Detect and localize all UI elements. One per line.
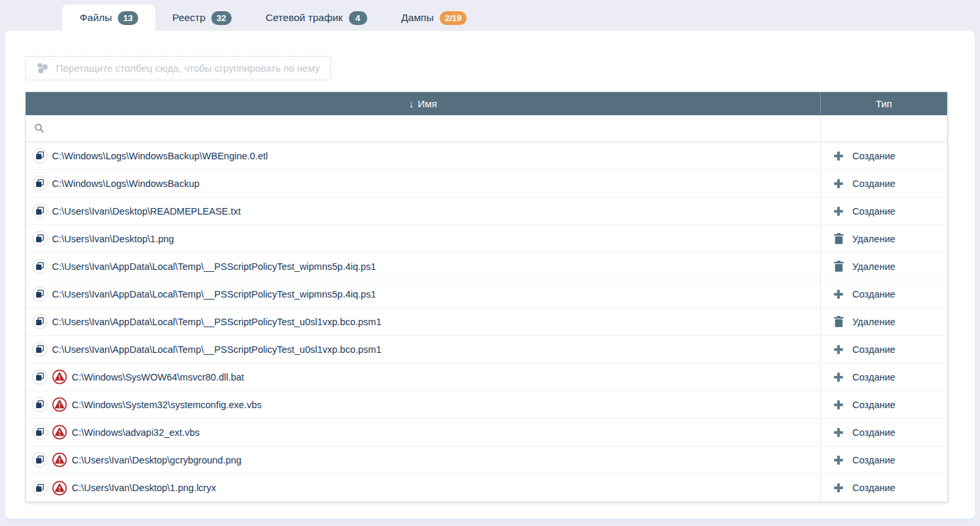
copy-path-button[interactable] xyxy=(32,259,47,274)
name-cell: C:\Windows\Logs\WindowsBackup xyxy=(26,170,821,197)
tab-dumps[interactable]: Дампы 2/19 xyxy=(384,5,484,31)
name-cell: C:\Users\Ivan\Desktop\gcrybground.png xyxy=(26,446,821,473)
tab-files-badge: 13 xyxy=(118,11,138,25)
copy-path-button[interactable] xyxy=(32,369,47,384)
event-type-label: Создание xyxy=(852,455,895,465)
plus-icon xyxy=(833,151,844,161)
search-icon xyxy=(34,123,45,134)
copy-path-button[interactable] xyxy=(32,231,47,246)
type-cell: Создание xyxy=(821,363,947,390)
tab-dumps-label: Дампы xyxy=(401,12,434,24)
table-row[interactable]: C:\Users\Ivan\Desktop\1.pngУдаление xyxy=(26,225,947,253)
type-cell: Удаление xyxy=(821,308,947,335)
copy-path-button[interactable] xyxy=(32,176,47,191)
file-path: C:\Users\Ivan\AppData\Local\Temp\__PSScr… xyxy=(52,317,381,327)
copy-path-button[interactable] xyxy=(32,342,47,357)
group-by-hint-text: Перетащите столбец сюда, чтобы сгруппиро… xyxy=(56,63,320,74)
name-cell: C:\Users\Ivan\AppData\Local\Temp\__PSScr… xyxy=(26,336,821,363)
type-cell: Создание xyxy=(821,336,947,363)
event-type-label: Создание xyxy=(852,483,895,493)
table-row[interactable]: C:\Users\Ivan\AppData\Local\Temp\__PSScr… xyxy=(26,308,947,336)
event-type-label: Создание xyxy=(852,206,895,217)
file-path: C:\Users\Ivan\Desktop\1.png xyxy=(52,234,174,244)
files-panel: Перетащите столбец сюда, чтобы сгруппиро… xyxy=(5,31,975,520)
copy-path-button[interactable] xyxy=(32,452,47,467)
plus-icon xyxy=(833,455,844,465)
group-by-drop-zone[interactable]: Перетащите столбец сюда, чтобы сгруппиро… xyxy=(25,56,331,80)
filter-row xyxy=(26,115,947,142)
name-cell: C:\Users\Ivan\AppData\Local\Temp\__PSScr… xyxy=(26,280,821,307)
plus-icon xyxy=(833,372,844,382)
type-cell: Удаление xyxy=(821,225,947,252)
warning-icon xyxy=(52,452,67,467)
event-type-label: Удаление xyxy=(852,261,895,272)
table-row[interactable]: C:\Users\Ivan\AppData\Local\Temp\__PSScr… xyxy=(26,280,947,308)
name-cell: C:\Windows\Logs\WindowsBackup\WBEngine.0… xyxy=(26,142,821,169)
table-row[interactable]: C:\Windows\Logs\WindowsBackupСоздание xyxy=(26,170,947,197)
table-row[interactable]: C:\Users\Ivan\Desktop\1.png.lcryxСоздани… xyxy=(26,474,947,502)
file-path: C:\Windows\advapi32_ext.vbs xyxy=(72,427,199,438)
file-path: C:\Windows\SysWOW64\msvcr80.dll.bat xyxy=(72,372,244,382)
table-row[interactable]: C:\Users\Ivan\Desktop\READMEPLEASE.txtСо… xyxy=(26,197,947,225)
column-header-name[interactable]: ↓ Имя xyxy=(26,92,820,115)
tab-network-traffic-label: Сетевой трафик xyxy=(266,12,343,24)
event-type-label: Создание xyxy=(852,151,895,161)
tab-registry[interactable]: Реестр 32 xyxy=(155,5,249,31)
table-row[interactable]: C:\Windows\System32\systemconfig.exe.vbs… xyxy=(26,391,947,419)
copy-path-button[interactable] xyxy=(32,481,47,496)
tab-bar: Файлы 13 Реестр 32 Сетевой трафик 4 Дамп… xyxy=(0,0,980,31)
plus-icon xyxy=(833,344,844,355)
file-path: C:\Users\Ivan\Desktop\gcrybground.png xyxy=(72,455,242,465)
table-row[interactable]: C:\Users\Ivan\AppData\Local\Temp\__PSScr… xyxy=(26,253,947,280)
table-row[interactable]: C:\Users\Ivan\AppData\Local\Temp\__PSScr… xyxy=(26,336,947,363)
column-header-name-label: Имя xyxy=(418,98,437,109)
type-cell: Создание xyxy=(821,280,947,307)
table-row[interactable]: C:\Windows\Logs\WindowsBackup\WBEngine.0… xyxy=(26,142,947,170)
tab-files-label: Файлы xyxy=(80,12,112,24)
event-type-label: Создание xyxy=(852,344,895,355)
table-body: C:\Windows\Logs\WindowsBackup\WBEngine.0… xyxy=(26,142,947,502)
tab-files[interactable]: Файлы 13 xyxy=(63,5,155,31)
file-path: C:\Users\Ivan\AppData\Local\Temp\__PSScr… xyxy=(52,344,381,355)
copy-path-button[interactable] xyxy=(32,314,47,329)
type-cell: Создание xyxy=(821,197,947,224)
table-row[interactable]: C:\Users\Ivan\Desktop\gcrybground.pngСоз… xyxy=(26,446,947,474)
tab-network-traffic[interactable]: Сетевой трафик 4 xyxy=(249,5,384,31)
copy-path-button[interactable] xyxy=(32,148,47,163)
table-row[interactable]: C:\Windows\SysWOW64\msvcr80.dll.batСозда… xyxy=(26,363,947,391)
warning-icon xyxy=(52,369,67,384)
warning-icon xyxy=(52,425,67,440)
file-path: C:\Users\Ivan\Desktop\READMEPLEASE.txt xyxy=(52,206,241,217)
type-cell: Создание xyxy=(821,446,947,473)
plus-icon xyxy=(833,289,844,300)
file-path: C:\Windows\Logs\WindowsBackup\WBEngine.0… xyxy=(52,151,268,161)
event-type-label: Создание xyxy=(852,178,895,189)
name-cell: C:\Users\Ivan\Desktop\1.png.lcryx xyxy=(26,474,821,502)
warning-icon xyxy=(52,397,67,412)
copy-path-button[interactable] xyxy=(32,286,47,302)
column-header-type-label: Тип xyxy=(875,98,892,109)
plus-icon xyxy=(833,483,844,493)
file-path: C:\Users\Ivan\Desktop\1.png.lcryx xyxy=(72,483,216,493)
column-header-type[interactable]: Тип xyxy=(820,92,947,115)
sort-desc-icon: ↓ xyxy=(409,99,414,109)
copy-path-button[interactable] xyxy=(32,425,47,440)
plus-icon xyxy=(833,400,844,410)
plus-icon xyxy=(833,178,844,189)
file-path: C:\Windows\System32\systemconfig.exe.vbs xyxy=(72,400,262,410)
event-type-label: Удаление xyxy=(852,317,895,327)
table-row[interactable]: C:\Windows\advapi32_ext.vbsСоздание xyxy=(26,419,947,446)
tab-registry-label: Реестр xyxy=(172,12,205,24)
type-cell: Создание xyxy=(821,170,947,197)
name-filter-input[interactable] xyxy=(26,115,820,142)
copy-path-button[interactable] xyxy=(32,203,47,219)
warning-icon xyxy=(52,481,67,496)
plus-icon xyxy=(833,427,844,438)
file-path: C:\Windows\Logs\WindowsBackup xyxy=(52,178,199,189)
type-cell: Создание xyxy=(821,391,947,418)
type-cell: Создание xyxy=(821,419,947,446)
name-cell: C:\Windows\System32\systemconfig.exe.vbs xyxy=(26,391,821,418)
type-filter-input[interactable] xyxy=(820,115,947,142)
event-type-label: Создание xyxy=(852,372,895,382)
copy-path-button[interactable] xyxy=(32,397,47,412)
